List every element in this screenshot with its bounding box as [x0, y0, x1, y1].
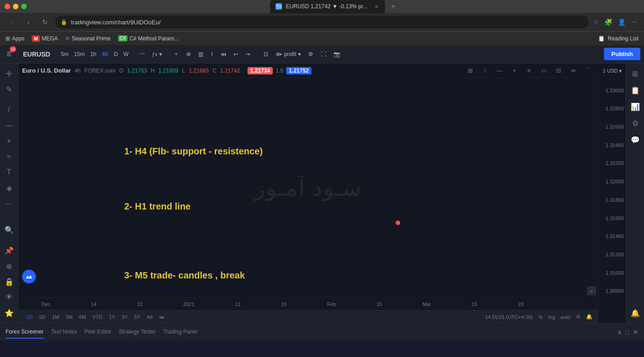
bookmark-star-icon[interactable]: ☆	[593, 18, 599, 26]
tab-forex-screener[interactable]: Forex Screener	[6, 326, 44, 339]
sidebar-trendline-tool[interactable]: /	[2, 102, 17, 117]
low-label: L	[182, 68, 185, 74]
timeframe-d[interactable]: D	[112, 50, 120, 58]
tab-pine-editor[interactable]: Pine Editor	[84, 326, 111, 339]
sidebar-pitchfork-tool[interactable]: ⌖	[2, 134, 17, 148]
rectangle-tool[interactable]: ▭	[537, 64, 550, 77]
sidebar-shapes-tool[interactable]: ◈	[2, 181, 17, 195]
period-3m[interactable]: 3M	[63, 313, 75, 321]
address-bar[interactable]: 🔒 tradingview.com/chart/9UiDOoEu/	[55, 16, 588, 28]
back-button[interactable]: ‹	[6, 16, 18, 28]
minimize-window-button[interactable]	[13, 4, 18, 9]
sidebar-templates[interactable]: 📌	[2, 243, 17, 258]
forward-button[interactable]: ›	[22, 16, 35, 28]
timeframe-15m[interactable]: 15m	[72, 50, 86, 58]
tab-strategy-tester[interactable]: Strategy Tester	[119, 326, 155, 339]
undo-button[interactable]: ↩	[231, 48, 241, 61]
maximize-window-button[interactable]	[21, 4, 27, 9]
angle-tool[interactable]: ⌒	[581, 64, 594, 77]
profit-dropdown[interactable]: ⟴ profit ▾	[273, 48, 304, 61]
right-sidebar-layout[interactable]: ⊞	[628, 66, 643, 81]
bar-chart-button[interactable]: ▥	[196, 48, 206, 61]
log-toggle[interactable]: log	[548, 314, 555, 320]
timeframe-4h[interactable]: 4h	[100, 50, 110, 58]
add-indicator-button[interactable]: ＋	[171, 48, 182, 61]
indicator-dropdown[interactable]: ƒx ▾	[150, 48, 165, 61]
snapshot-button[interactable]: 📷	[331, 48, 343, 61]
symbol-search[interactable]: EURUSD	[20, 48, 53, 61]
sidebar-cursor-tool[interactable]: ✛	[2, 66, 17, 81]
magnet-tool[interactable]: ⊞	[464, 64, 477, 77]
hamburger-menu-button[interactable]: ☰ 10	[4, 48, 14, 61]
compare-button[interactable]: ⊕	[184, 48, 194, 61]
cross-tool[interactable]: +	[508, 64, 521, 77]
publish-button[interactable]: Publish	[604, 48, 640, 60]
right-sidebar-notification[interactable]: 🔔	[628, 306, 643, 320]
settings-icon[interactable]: ⋯	[631, 18, 638, 26]
panel-expand-up[interactable]: ∧	[617, 329, 622, 336]
sidebar-crosshair-tool[interactable]: ✎	[2, 82, 17, 96]
horizontal-line-tool[interactable]: —	[493, 64, 506, 77]
period-6m[interactable]: 6M	[77, 313, 88, 321]
period-1y[interactable]: 1Y	[107, 313, 117, 321]
sidebar-watchlist[interactable]: ⭐	[2, 306, 17, 320]
right-sidebar-datapanel[interactable]: 📊	[628, 99, 643, 114]
replay-button[interactable]: ⏮	[218, 48, 229, 61]
settings-button[interactable]: ⚙	[305, 48, 316, 61]
timezone-settings-icon[interactable]: ⚙	[576, 314, 581, 320]
period-ytd[interactable]: YTD	[90, 313, 105, 321]
timeframe-w[interactable]: W	[121, 50, 130, 58]
auto-toggle[interactable]: auto	[561, 314, 570, 320]
sidebar-eye[interactable]: 👁	[2, 290, 17, 305]
bookmark-mega[interactable]: M MEGA	[32, 35, 58, 42]
refresh-button[interactable]: ↻	[39, 16, 52, 28]
tab-text-notes[interactable]: Text Notes	[51, 326, 77, 339]
sidebar-brush-tool[interactable]: ≈	[2, 149, 17, 164]
multi-tool[interactable]: ≡	[523, 64, 535, 77]
sidebar-search[interactable]: 🔍	[2, 222, 17, 237]
line-tool[interactable]: /	[478, 64, 491, 77]
sidebar-text-tool[interactable]: T	[2, 165, 17, 180]
period-all[interactable]: All	[144, 313, 155, 321]
period-1m[interactable]: 1M	[50, 313, 61, 321]
parallel-channel-tool[interactable]: ⊟	[552, 64, 565, 77]
tab-trading-panel[interactable]: Trading Panel	[163, 326, 197, 339]
timeframe-5m[interactable]: 5m	[59, 50, 70, 58]
bookmark-apps[interactable]: ⊞ Apps	[6, 35, 24, 42]
replay-go-button[interactable]: ⏮	[157, 313, 167, 321]
chart-type-button[interactable]: 〰	[137, 48, 148, 61]
performance-button[interactable]: ⌇	[208, 48, 216, 61]
collapse-button[interactable]: »	[587, 286, 596, 295]
panel-controls: ∧ □ ✕	[617, 329, 638, 336]
panel-close[interactable]: ✕	[633, 329, 638, 336]
browser-tab[interactable]: TV EURUSD 1.21742 ▼ -0.13% pr... ✕	[270, 0, 385, 13]
new-tab-button[interactable]: +	[387, 0, 400, 13]
panel-expand-down[interactable]: □	[626, 329, 629, 336]
timeframe-1h[interactable]: 1h	[88, 50, 98, 58]
tab-close-button[interactable]: ✕	[373, 3, 380, 10]
reading-list-button[interactable]: 📋 Reading List	[598, 35, 638, 42]
sidebar-horizontal-tool[interactable]: —	[2, 118, 17, 133]
period-1d[interactable]: 1D	[24, 313, 35, 321]
sidebar-lock[interactable]: 🔒	[2, 274, 17, 289]
right-sidebar-alerts-list[interactable]: ⚙	[628, 116, 643, 130]
profile-icon[interactable]: 👤	[618, 18, 626, 26]
period-5y[interactable]: 5Y	[132, 313, 143, 321]
right-sidebar-chat[interactable]: 💬	[628, 132, 643, 147]
redo-button[interactable]: ↪	[243, 48, 253, 61]
sidebar-alerts[interactable]: ⊕	[2, 259, 17, 273]
measure-tool[interactable]: ⇔	[567, 64, 580, 77]
extensions-icon[interactable]: 🧩	[604, 18, 612, 26]
bookmark-seasonal-prime[interactable]: ❄ Seasonal Prime	[65, 35, 111, 42]
period-3y[interactable]: 3Y	[119, 313, 130, 321]
fullscreen-button[interactable]: ⊡	[261, 48, 271, 61]
right-sidebar-watchlist[interactable]: 📋	[628, 83, 643, 97]
notification-icon[interactable]: 🔔	[586, 314, 592, 320]
sidebar-patterns-tool[interactable]: ⋯	[2, 196, 17, 211]
close-window-button[interactable]	[5, 4, 10, 9]
period-5d[interactable]: 5D	[37, 313, 48, 321]
chart-main[interactable]: سـود آمـوز 1- H4 (Flb- support - resiste…	[18, 78, 598, 297]
fullscreen-toggle[interactable]: ⛶	[318, 48, 329, 61]
bookmark-csharp[interactable]: C# C# Method Param...	[118, 35, 179, 42]
percent-toggle[interactable]: %	[538, 314, 543, 320]
